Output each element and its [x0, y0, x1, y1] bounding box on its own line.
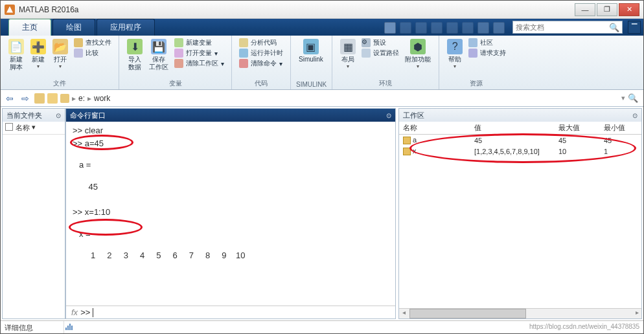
find-files-button[interactable]: 查找文件: [72, 38, 113, 48]
current-folder-header: 当前文件夹⊙: [3, 109, 65, 122]
cmd-line: >> a=45: [73, 137, 389, 150]
cmd-output: a =: [79, 159, 389, 172]
group-env-label: 环境: [338, 78, 433, 89]
qa-redo-icon[interactable]: [462, 22, 474, 34]
app-title: MATLAB R2016a: [19, 5, 575, 14]
cmd-line: >> clear: [73, 124, 389, 137]
variable-icon: [403, 148, 411, 155]
current-folder-toolbar: ⇦ ⇨ ▸ e: ▸ work ▾ 🔍: [1, 90, 643, 107]
cmd-output: 1 2 3 4 5 6 7 8 9 10: [79, 249, 389, 262]
set-path-button[interactable]: 设置路径: [360, 48, 401, 58]
close-button[interactable]: ✕: [619, 3, 639, 16]
matlab-logo-icon: [5, 5, 15, 15]
group-code-label: 代码: [237, 78, 285, 89]
panel-menu-icon[interactable]: ⊙: [632, 112, 638, 119]
workspace-panel: 名称 值 最大值 最小值 a 45 45 45 x [1,2,3,4,5,6,7…: [399, 122, 641, 318]
forward-button[interactable]: ⇨: [19, 92, 32, 105]
request-support-button[interactable]: 请求支持: [466, 48, 508, 58]
qa-print-icon[interactable]: [477, 22, 489, 34]
community-button[interactable]: 社区: [466, 38, 508, 48]
group-var-label: 变量: [124, 78, 226, 89]
simulink-button[interactable]: ▣Simulink: [296, 38, 326, 65]
titlebar: MATLAB R2016a — ❐ ✕: [1, 1, 643, 19]
workspace-row[interactable]: a 45 45 45: [399, 135, 641, 146]
command-window-header: 命令行窗口⊙: [66, 109, 395, 122]
group-file-label: 文件: [6, 78, 113, 89]
tab-apps[interactable]: 应用程序: [97, 19, 155, 36]
workspace-header: 工作区⊙: [399, 109, 641, 122]
new-button[interactable]: ➕新建▾: [28, 38, 49, 71]
clear-commands-button[interactable]: 清除命令 ▾: [237, 58, 285, 69]
new-script-button[interactable]: 📄新建脚本: [6, 38, 27, 72]
busy-indicator: [64, 321, 84, 334]
quick-access-toolbar: [379, 22, 510, 36]
panel-menu-icon[interactable]: ⊙: [386, 112, 391, 119]
group-simulink-label: SIMULINK: [296, 80, 327, 89]
toolstrip-tabs: 主页 绘图 应用程序 🔍 ▔: [1, 19, 643, 36]
cmd-output: 45: [79, 181, 389, 194]
folder-icon[interactable]: [34, 93, 45, 104]
new-variable-button[interactable]: 新建变量: [172, 38, 226, 48]
cmd-line: >> x=1:10: [73, 206, 389, 219]
drive-icon: [60, 94, 69, 103]
qa-undo-icon[interactable]: [446, 22, 458, 34]
toolstrip-ribbon: 📄新建脚本 ➕新建▾ 📂打开▾ 查找文件 比较 文件 ⬇导入数据 💾保存工作区 …: [1, 36, 643, 90]
help-button[interactable]: ?帮助▾: [444, 38, 465, 71]
tab-plots[interactable]: 绘图: [52, 19, 95, 36]
path-drive[interactable]: e:: [78, 94, 85, 103]
command-window[interactable]: >> clear >> a=45 a = 45 >> x=1:10 x = 1 …: [66, 122, 395, 306]
search-icon[interactable]: 🔍: [609, 23, 619, 32]
collapse-toolstrip-button[interactable]: ▔: [628, 21, 641, 34]
cmd-output: x =: [79, 228, 389, 241]
analyze-code-button[interactable]: 分析代码: [237, 38, 285, 48]
save-workspace-button[interactable]: 💾保存工作区: [146, 38, 171, 72]
qa-help-icon[interactable]: [493, 22, 505, 34]
workspace-columns[interactable]: 名称 值 最大值 最小值: [399, 122, 641, 135]
minimize-button[interactable]: —: [575, 3, 595, 16]
layout-button[interactable]: ▦布局▾: [338, 38, 358, 71]
qa-paste-icon[interactable]: [431, 22, 443, 34]
open-variable-button[interactable]: 打开变量 ▾: [172, 48, 226, 58]
back-button[interactable]: ⇦: [3, 92, 16, 105]
addons-button[interactable]: ⬢附加功能▾: [402, 38, 433, 71]
horizontal-scrollbar[interactable]: ◂ ▸: [399, 308, 641, 318]
open-button[interactable]: 📂打开▾: [50, 38, 71, 71]
run-and-time-button[interactable]: 运行并计时: [237, 48, 285, 58]
name-column-header[interactable]: 名称 ▾: [3, 122, 65, 135]
command-prompt-row[interactable]: fx >>: [66, 306, 395, 318]
workspace-row[interactable]: x [1,2,3,4,5,6,7,8,9,10] 10 1: [399, 146, 641, 157]
tab-home[interactable]: 主页: [8, 19, 51, 36]
import-data-button[interactable]: ⬇导入数据: [124, 38, 145, 72]
search-folder-icon[interactable]: 🔍: [628, 93, 638, 103]
preferences-button[interactable]: ⚙预设: [360, 38, 401, 48]
status-bar: 详细信息 https://blog.csdn.net/weixin_443788…: [1, 320, 643, 334]
qa-copy-icon[interactable]: [415, 22, 427, 34]
details-label[interactable]: 详细信息: [1, 321, 64, 334]
compare-button[interactable]: 比较: [72, 48, 113, 58]
group-res-label: 资源: [444, 78, 508, 89]
qa-cut-icon[interactable]: [400, 22, 411, 34]
search-docs-input[interactable]: [516, 23, 609, 31]
path-folder[interactable]: work: [94, 94, 110, 103]
qa-icon[interactable]: [384, 22, 396, 34]
maximize-button[interactable]: ❐: [597, 3, 617, 16]
search-docs[interactable]: 🔍: [512, 21, 623, 34]
watermark-text: https://blog.csdn.net/weixin_44378835: [84, 321, 643, 334]
up-folder-icon[interactable]: [47, 93, 58, 104]
variable-icon: [403, 137, 411, 144]
file-icon: [5, 123, 13, 131]
clear-workspace-button[interactable]: 清除工作区 ▾: [172, 58, 226, 69]
panel-menu-icon[interactable]: ⊙: [56, 112, 61, 119]
